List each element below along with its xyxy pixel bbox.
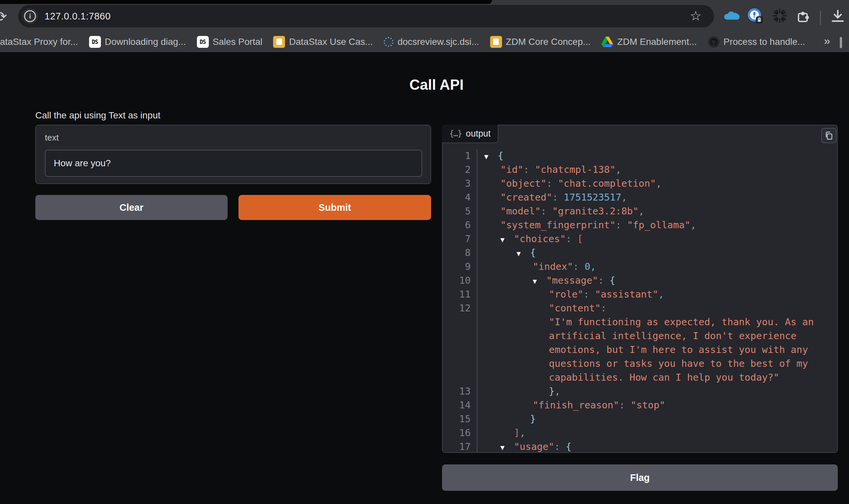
ydoc-favicon-icon: [490, 36, 502, 48]
json-token-com: ,: [656, 178, 661, 189]
json-token-cur: {: [566, 441, 571, 452]
bookmark-label: ataStax Proxy for...: [0, 37, 78, 47]
json-token-key: "message": [546, 275, 598, 286]
copy-button[interactable]: [821, 128, 836, 143]
bookmark-item[interactable]: ZDM Core Concep...: [490, 36, 591, 48]
json-line: 6"system_fingerprint": "fp_ollama",: [442, 218, 837, 232]
line-number: 13: [442, 384, 471, 398]
json-token-pun: :: [615, 219, 627, 231]
json-line: 1▼{: [442, 149, 837, 163]
json-token-pun: :: [573, 261, 584, 272]
bookmark-item[interactable]: DSDownloading diag...: [89, 36, 186, 48]
line-number: 5: [442, 204, 471, 218]
salesforce-extension-icon[interactable]: [722, 7, 740, 24]
json-line: artificial intelligence, I don't experie…: [442, 329, 837, 343]
dots-favicon-icon: [384, 37, 394, 47]
page-subtitle: Call the api using Text as input: [35, 110, 160, 121]
text-input-panel: text How are you?: [35, 125, 431, 184]
browser-chrome: ⟳ i 127.0.0.1:7860 ☆: [0, 0, 849, 52]
line-number: 14: [442, 398, 471, 412]
json-line: 13},: [442, 384, 837, 398]
line-number: 6: [442, 218, 471, 232]
json-token-pun: :: [541, 205, 552, 217]
line-number: 15: [442, 412, 471, 426]
json-token-key: "role": [549, 289, 583, 300]
collapse-arrow-icon[interactable]: ▼: [517, 247, 530, 260]
copy-icon: [824, 131, 833, 140]
json-line: "I'm functioning as expected, thank you.…: [442, 315, 837, 329]
json-line: emotions, but I'm here to assist you wit…: [442, 343, 837, 357]
bookmark-item[interactable]: ataStax Proxy for...: [0, 37, 78, 47]
collapse-arrow-icon[interactable]: ▼: [484, 150, 498, 164]
password-manager-extension-icon[interactable]: [747, 7, 764, 24]
line-number: 1: [442, 149, 471, 163]
bookmark-item[interactable]: Process to handle...: [708, 36, 805, 48]
line-number: [442, 357, 471, 371]
ds-favicon-icon: DS: [89, 36, 101, 48]
json-token-com: ,: [621, 192, 627, 203]
bookmark-label: ZDM Enablement...: [617, 37, 697, 47]
line-number: 4: [442, 190, 471, 204]
json-token-pun: :: [552, 192, 564, 203]
json-token-com: ,: [638, 205, 644, 217]
site-info-chip[interactable]: i: [22, 8, 38, 24]
extensions-puzzle-icon[interactable]: [795, 7, 812, 24]
json-token-cur: }: [530, 413, 536, 425]
scrollbar-thumb[interactable]: [840, 37, 842, 48]
json-token-pun: :: [619, 399, 631, 411]
json-line: 7▼"choices": [: [442, 232, 837, 246]
line-number: [442, 329, 471, 343]
json-token-key: "system_fingerprint": [500, 219, 615, 231]
json-token-str: "chatcmpl-138": [535, 164, 615, 175]
json-token-str: "stop": [631, 399, 665, 411]
drive-favicon-icon: [601, 36, 613, 48]
downloads-icon[interactable]: [829, 7, 846, 24]
collapse-arrow-icon[interactable]: ▼: [500, 233, 514, 247]
json-token-pun: :: [554, 441, 566, 452]
json-token-cur: {: [610, 275, 615, 286]
json-token-com: ,: [520, 427, 525, 438]
tab-strip: [0, 0, 492, 4]
submit-button[interactable]: Submit: [238, 195, 431, 220]
json-token-num: 1751523517: [564, 192, 621, 203]
bookmarks-overflow-icon[interactable]: »: [824, 34, 829, 47]
json-token-key: "model": [500, 205, 541, 217]
json-viewer: 1▼{2"id": "chatcmpl-138",3"object": "cha…: [442, 149, 837, 452]
line-number: 2: [442, 163, 471, 177]
bookmark-item[interactable]: DSSales Portal: [197, 36, 263, 48]
flag-button[interactable]: Flag: [442, 464, 838, 491]
line-number: [442, 343, 471, 357]
ydoc-favicon-icon: [273, 36, 285, 48]
line-number: 8: [442, 246, 471, 259]
collapse-arrow-icon[interactable]: ▼: [500, 441, 514, 452]
spinner-extension-icon[interactable]: [771, 7, 788, 24]
collapse-arrow-icon[interactable]: ▼: [533, 274, 546, 288]
bookmark-star-icon[interactable]: ☆: [690, 8, 702, 23]
json-token-str: capabilities. How can I help you today?": [549, 372, 779, 383]
bookmark-item[interactable]: docsreview.sjc.dsi...: [384, 37, 479, 47]
json-token-num: 0: [584, 261, 590, 272]
json-token-cur: }: [549, 385, 555, 397]
bookmark-item[interactable]: DataStax Use Cas...: [273, 36, 373, 48]
json-line: 12"content":: [442, 301, 837, 315]
json-token-key: "created": [500, 192, 552, 203]
line-number: 7: [442, 232, 471, 246]
json-token-com: ,: [615, 164, 621, 175]
json-line: 15}: [442, 412, 837, 426]
reload-icon[interactable]: ⟳: [0, 8, 7, 25]
url-bar[interactable]: i 127.0.0.1:7860 ☆: [18, 5, 714, 28]
bookmark-item[interactable]: ZDM Enablement...: [601, 36, 697, 48]
toolbar-divider: [820, 11, 821, 25]
json-token-sq: ]: [514, 427, 520, 438]
json-line: 4"created": 1751523517,: [442, 190, 837, 204]
line-number: [442, 371, 471, 384]
text-input-value: How are you?: [54, 158, 111, 168]
line-number: 10: [442, 273, 471, 287]
text-input[interactable]: How are you?: [45, 150, 422, 177]
screen: ⟳ i 127.0.0.1:7860 ☆: [0, 0, 849, 504]
json-token-sq: [: [577, 233, 583, 245]
clear-button[interactable]: Clear: [35, 195, 228, 220]
url-text[interactable]: 127.0.0.1:7860: [44, 11, 111, 22]
github-favicon-icon: [708, 36, 720, 48]
json-token-key: "usage": [514, 441, 554, 452]
